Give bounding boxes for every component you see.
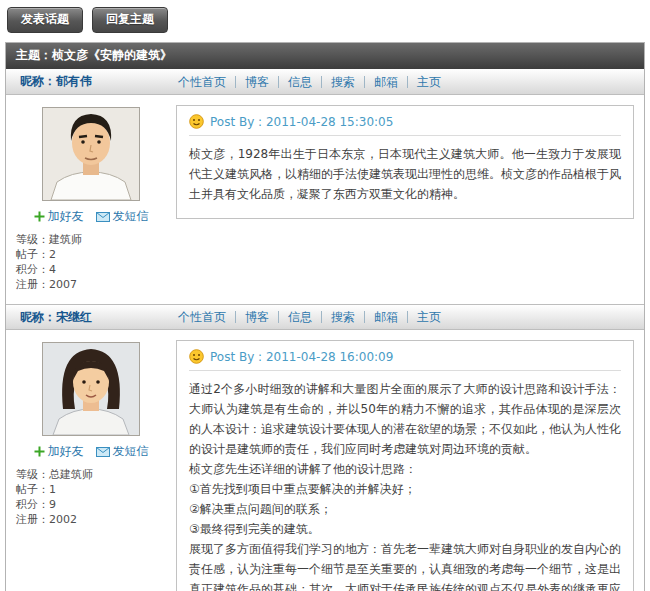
- post-by-timestamp: Post By : 2011-04-28 15:30:05: [210, 115, 393, 129]
- post-author-nickname: 昵称：郁有伟: [6, 73, 176, 90]
- post-content-column: Post By : 2011-04-28 16:00:09 通过2个多小时细致的…: [176, 336, 634, 591]
- send-message-link[interactable]: 发短信: [96, 443, 149, 460]
- stat-level: 等级：建筑师: [16, 232, 176, 247]
- reply-topic-button[interactable]: 回复主题: [92, 7, 168, 33]
- nav-link-info[interactable]: 信息: [278, 311, 321, 323]
- post-content-box: Post By : 2011-04-28 16:00:09 通过2个多小时细致的…: [176, 340, 634, 591]
- user-nav-links: 个性首页 博客 信息 搜索 邮箱 主页: [176, 76, 450, 88]
- user-nav-links: 个性首页 博客 信息 搜索 邮箱 主页: [176, 311, 450, 323]
- post-by-timestamp: Post By : 2011-04-28 16:00:09: [210, 350, 393, 364]
- post-content-column: Post By : 2011-04-28 15:30:05 桢文彦，1928年出…: [176, 101, 634, 292]
- post-body: 加好友 发短信 等级：总建筑师 帖子：1 积分：9 注册：2: [6, 330, 644, 591]
- post-content-box: Post By : 2011-04-28 15:30:05 桢文彦，1928年出…: [176, 105, 634, 219]
- user-actions: 加好友 发短信: [34, 443, 149, 460]
- user-actions: 加好友 发短信: [34, 208, 149, 225]
- nav-link-blog[interactable]: 博客: [235, 311, 278, 323]
- add-friend-link[interactable]: 加好友: [34, 208, 84, 225]
- plus-icon: [34, 211, 45, 222]
- stat-registered: 注册：2007: [16, 277, 176, 292]
- user-panel: 加好友 发短信 等级：总建筑师 帖子：1 积分：9 注册：2: [6, 336, 176, 591]
- add-friend-label: 加好友: [48, 208, 84, 225]
- send-message-link[interactable]: 发短信: [96, 208, 149, 225]
- post-2: 昵称：宋继红 个性首页 博客 信息 搜索 邮箱 主页: [6, 304, 644, 591]
- post-topic-button[interactable]: 发表话题: [7, 7, 83, 33]
- post-meta-line: Post By : 2011-04-28 16:00:09: [189, 349, 621, 371]
- stat-registered: 注册：2002: [16, 512, 176, 527]
- nav-link-search[interactable]: 搜索: [321, 76, 364, 88]
- add-friend-label: 加好友: [48, 443, 84, 460]
- nav-link-mailbox[interactable]: 邮箱: [364, 311, 407, 323]
- nav-link-blog[interactable]: 博客: [235, 76, 278, 88]
- stat-level: 等级：总建筑师: [16, 467, 176, 482]
- nav-link-homepage[interactable]: 主页: [407, 76, 450, 88]
- smiley-icon: [189, 114, 204, 129]
- nav-link-search[interactable]: 搜索: [321, 311, 364, 323]
- avatar-illustration-female: [43, 343, 139, 435]
- nav-link-mailbox[interactable]: 邮箱: [364, 76, 407, 88]
- stat-points: 积分：9: [16, 497, 176, 512]
- post-text: 通过2个多小时细致的讲解和大量图片全面的展示了大师的设计思路和设计手法：大师认为…: [189, 379, 621, 591]
- post-meta-line: Post By : 2011-04-28 15:30:05: [189, 114, 621, 136]
- user-stats: 等级：总建筑师 帖子：1 积分：9 注册：2002: [6, 460, 176, 527]
- send-message-label: 发短信: [113, 443, 149, 460]
- post-author-nickname: 昵称：宋继红: [6, 309, 176, 326]
- avatar: [42, 107, 140, 201]
- avatar: [42, 342, 140, 436]
- avatar-illustration-male: [43, 108, 139, 200]
- thread-container: 主题：桢文彦《安静的建筑》 昵称：郁有伟 个性首页 博客 信息 搜索 邮箱 主页: [5, 42, 645, 591]
- smiley-icon: [189, 349, 204, 364]
- nav-link-profile-home[interactable]: 个性首页: [176, 311, 235, 323]
- post-header: 昵称：宋继红 个性首页 博客 信息 搜索 邮箱 主页: [6, 304, 644, 330]
- post-text: 桢文彦，1928年出生于日本东京，日本现代主义建筑大师。他一生致力于发展现代主义…: [189, 144, 621, 204]
- toolbar: 发表话题 回复主题: [7, 7, 645, 33]
- mail-icon: [96, 447, 110, 457]
- nav-link-homepage[interactable]: 主页: [407, 311, 450, 323]
- add-friend-link[interactable]: 加好友: [34, 443, 84, 460]
- nav-link-info[interactable]: 信息: [278, 76, 321, 88]
- stat-points: 积分：4: [16, 262, 176, 277]
- stat-posts: 帖子：2: [16, 247, 176, 262]
- user-panel: 加好友 发短信 等级：建筑师 帖子：2 积分：4 注册：20: [6, 101, 176, 292]
- post-1: 昵称：郁有伟 个性首页 博客 信息 搜索 邮箱 主页: [6, 69, 644, 304]
- nav-link-profile-home[interactable]: 个性首页: [176, 76, 235, 88]
- user-stats: 等级：建筑师 帖子：2 积分：4 注册：2007: [6, 225, 176, 292]
- stat-posts: 帖子：1: [16, 482, 176, 497]
- plus-icon: [34, 446, 45, 457]
- forum-page: 发表话题 回复主题 主题：桢文彦《安静的建筑》 昵称：郁有伟 个性首页 博客 信…: [0, 0, 650, 591]
- mail-icon: [96, 212, 110, 222]
- post-header: 昵称：郁有伟 个性首页 博客 信息 搜索 邮箱 主页: [6, 69, 644, 95]
- post-body: 加好友 发短信 等级：建筑师 帖子：2 积分：4 注册：20: [6, 95, 644, 304]
- send-message-label: 发短信: [113, 208, 149, 225]
- thread-title: 主题：桢文彦《安静的建筑》: [6, 43, 644, 69]
